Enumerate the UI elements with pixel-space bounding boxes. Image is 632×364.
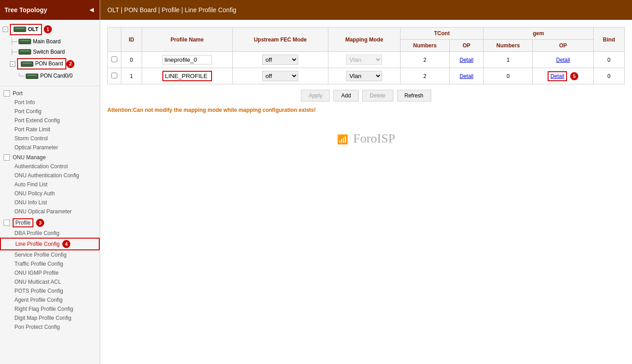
nav-label-pots-profile: POTS Profile Config: [14, 288, 63, 294]
row0-gem-detail-link[interactable]: Detail: [556, 57, 570, 63]
row0-id: 0: [121, 52, 142, 68]
tree-item-pon-card[interactable]: └─ PON Card0/0: [0, 71, 100, 81]
tree-item-pon-board[interactable]: - PON Board 2: [0, 57, 100, 71]
breadcrumb-text: OLT | PON Board | Profile | Line Profile…: [107, 6, 236, 14]
nav-item-dba-profile[interactable]: DBA Profile Config: [0, 229, 100, 238]
row0-checkbox[interactable]: [111, 56, 117, 62]
row0-tcont-op[interactable]: Detail: [449, 52, 483, 68]
port-checkbox[interactable]: [4, 90, 10, 97]
nav-item-onu-info-list[interactable]: ONU Info List: [0, 198, 100, 207]
nav-item-port-config[interactable]: Port Config: [0, 107, 100, 116]
nav-item-onu-auth-config[interactable]: ONU Authentication Config: [0, 171, 100, 180]
row0-profile-name[interactable]: [142, 52, 232, 68]
sidebar-nav: Port Port Info Port Config Port Extend C…: [0, 86, 100, 332]
nav-item-auth-control[interactable]: Authentication Control: [0, 162, 100, 171]
nav-item-pots-profile[interactable]: POTS Profile Config: [0, 286, 100, 295]
nav-label-agent-profile: Agent Profile Config: [14, 297, 63, 303]
row1-tcont-op[interactable]: Detail: [449, 68, 483, 84]
nav-section-profile-header[interactable]: Profile 3: [0, 217, 100, 229]
row1-gem-detail-link[interactable]: Detail: [548, 71, 567, 81]
row0-gem-op[interactable]: Detail: [533, 52, 593, 68]
nav-section-port: Port Port Info Port Config Port Extend C…: [0, 89, 100, 152]
nav-item-auto-find-list[interactable]: Auto Find List: [0, 180, 100, 189]
nav-item-port-info[interactable]: Port Info: [0, 98, 100, 107]
tree-item-olt[interactable]: - OLT 1: [0, 23, 100, 37]
olt-node-box: OLT: [10, 24, 42, 35]
row1-checkbox[interactable]: [111, 73, 117, 78]
main-board-label: Main Board: [33, 38, 60, 46]
tree-connector-pon-card: └─: [17, 72, 25, 80]
nav-item-onu-policy-auth[interactable]: ONU Policy Auth: [0, 189, 100, 198]
tree-item-main-board[interactable]: ├─ Main Board: [0, 37, 100, 47]
nav-item-service-profile[interactable]: Service Profile Config: [0, 250, 100, 259]
nav-item-onu-optical-param[interactable]: ONU Optical Parameter: [0, 207, 100, 216]
nav-section-port-header[interactable]: Port: [0, 89, 100, 98]
tree-view: - OLT 1 ├─ Main Board: [0, 20, 100, 84]
sidebar-collapse-arrow[interactable]: ◄: [88, 6, 95, 14]
content-body: ID Profile Name Upstream FEC Mode Mappin…: [100, 20, 632, 364]
row1-mapping-select[interactable]: Vlan GEM GEM+Vlan: [346, 71, 382, 81]
nav-label-port-info: Port Info: [14, 99, 35, 106]
nav-item-digit-map-profile[interactable]: Digit Map Profile Config: [0, 313, 100, 323]
nav-item-traffic-profile[interactable]: Traffic Profile Config: [0, 259, 100, 268]
onu-manage-checkbox[interactable]: [4, 154, 10, 161]
pon-board-node-box: PON Board: [17, 58, 66, 69]
nav-item-pon-protect-config[interactable]: Pon Protect Config: [0, 323, 100, 332]
row1-id: 1: [121, 68, 142, 84]
nav-item-onu-multicast-acl[interactable]: ONU Multicast ACL: [0, 277, 100, 286]
olt-badge: 1: [44, 25, 52, 33]
pon-board-label: PON Board: [35, 60, 63, 68]
row1-profile-name[interactable]: [142, 68, 232, 84]
col-id-header: ID: [121, 28, 142, 52]
pon-card-icon: [26, 74, 38, 79]
nav-label-auth-control: Authentication Control: [14, 163, 68, 170]
nav-item-port-rate-limit[interactable]: Port Rate Limit: [0, 125, 100, 134]
col-gem-numbers: Numbers: [484, 40, 533, 52]
nav-item-onu-igmp-profile[interactable]: ONU IGMP Profile: [0, 268, 100, 277]
nav-section-onu-header[interactable]: ONU Manage: [0, 153, 100, 162]
row1-gem-numbers: 0: [484, 68, 533, 84]
row0-tcont-detail-link[interactable]: Detail: [460, 57, 474, 63]
pon-board-icon: [21, 61, 33, 67]
nav-item-line-profile-config[interactable]: Line Profile Config 4: [0, 238, 100, 250]
row0-fec-select[interactable]: off on: [262, 55, 298, 65]
row0-checkbox-cell[interactable]: [108, 52, 121, 68]
delete-button[interactable]: Delete: [362, 90, 393, 101]
switch-board-label: Switch Board: [33, 48, 65, 56]
sidebar-header: Tree Topology ◄: [0, 0, 100, 20]
watermark-text: ForoISP: [353, 131, 395, 145]
wifi-icon: 📶: [337, 134, 348, 144]
row1-fec-mode[interactable]: off on: [232, 68, 328, 84]
row1-mapping-mode[interactable]: Vlan GEM GEM+Vlan: [328, 68, 401, 84]
onu-manage-label: ONU Manage: [13, 154, 46, 161]
nav-item-port-extend-config[interactable]: Port Extend Config: [0, 116, 100, 125]
row0-mapping-mode[interactable]: Vlan GEM GEM+Vlan: [328, 52, 401, 68]
row1-tcont-detail-link[interactable]: Detail: [460, 73, 474, 79]
nav-item-right-flag-profile[interactable]: Right Flag Profile Config: [0, 304, 100, 313]
add-button[interactable]: Add: [333, 90, 358, 101]
profile-badge: 3: [36, 219, 44, 227]
row0-profile-name-input[interactable]: [162, 55, 212, 65]
nav-label-onu-policy-auth: ONU Policy Auth: [14, 190, 55, 197]
row1-fec-select[interactable]: off on: [262, 71, 298, 81]
nav-item-agent-profile[interactable]: Agent Profile Config: [0, 295, 100, 304]
profile-checkbox[interactable]: [4, 220, 10, 226]
port-section-label: Port: [13, 90, 23, 97]
expand-olt[interactable]: -: [3, 27, 8, 32]
table-row: 0 off on: [108, 52, 625, 68]
row1-checkbox-cell[interactable]: [108, 68, 121, 84]
row1-gem-op[interactable]: Detail 5: [533, 68, 593, 84]
nav-label-digit-map-profile: Digit Map Profile Config: [14, 315, 71, 321]
expand-pon-board[interactable]: -: [10, 61, 15, 67]
row1-profile-name-input[interactable]: [162, 71, 212, 81]
apply-button[interactable]: Apply: [301, 90, 330, 101]
tree-item-switch-board[interactable]: ├─ Switch Board: [0, 47, 100, 57]
breadcrumb: OLT | PON Board | Profile | Line Profile…: [100, 0, 632, 20]
refresh-button[interactable]: Refresh: [397, 90, 431, 101]
nav-section-onu-manage: ONU Manage Authentication Control ONU Au…: [0, 153, 100, 216]
nav-item-optical-parameter[interactable]: Optical Parameter: [0, 143, 100, 152]
row0-fec-mode[interactable]: off on: [232, 52, 328, 68]
nav-item-storm-control[interactable]: Storm Control: [0, 134, 100, 143]
row0-mapping-select[interactable]: Vlan GEM GEM+Vlan: [346, 55, 382, 65]
col-gem-header: gem: [484, 28, 594, 40]
